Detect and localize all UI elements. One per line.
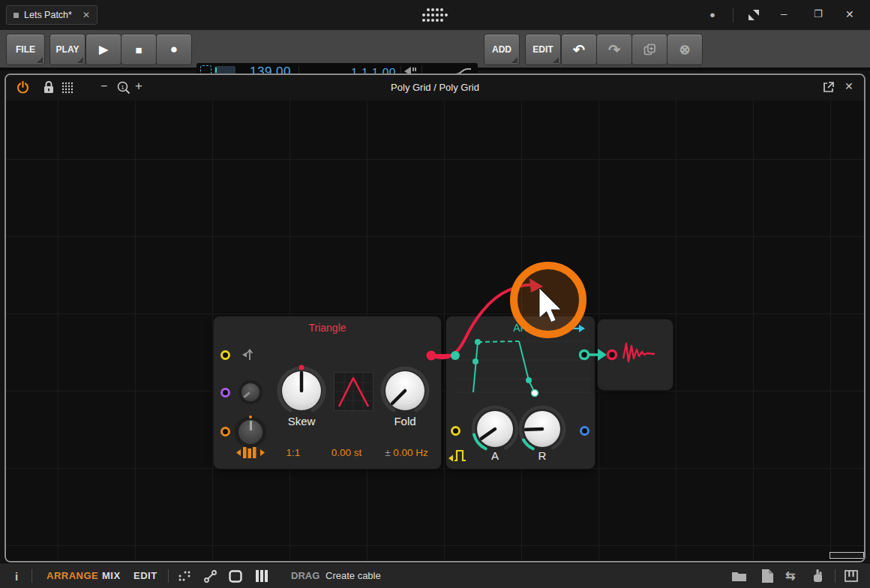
window-close-icon[interactable]: ✕ bbox=[845, 9, 854, 20]
skew-knob[interactable] bbox=[273, 362, 330, 419]
statusbar-divider bbox=[168, 569, 169, 583]
stop-icon: ■ bbox=[135, 44, 142, 56]
view-tab-edit[interactable]: EDIT bbox=[134, 570, 158, 581]
drag-hint-label: DRAG bbox=[291, 570, 320, 581]
bitwig-logo-icon bbox=[418, 7, 454, 23]
play-menu-button[interactable]: PLAY bbox=[50, 34, 86, 65]
fold-mod-knob[interactable] bbox=[235, 416, 266, 448]
titlebar-divider bbox=[733, 8, 734, 22]
status-bar: i ARRANGE MIX EDIT DRAG Create cable bbox=[0, 562, 870, 588]
fullscreen-icon[interactable] bbox=[748, 9, 760, 21]
gate-trigger-icon bbox=[448, 447, 468, 463]
ratio-value[interactable]: 1:1 bbox=[278, 447, 309, 458]
gate-input-port[interactable] bbox=[451, 426, 460, 436]
maximize-icon[interactable]: ❐ bbox=[814, 9, 823, 19]
envelope-node[interactable] bbox=[472, 358, 478, 364]
keytrack-icon[interactable] bbox=[236, 446, 265, 460]
gate-source-icon[interactable] bbox=[558, 323, 586, 334]
title-bar: Lets Patch* ✕ ● – ❐ ✕ bbox=[0, 0, 870, 30]
plus-minus-sign: ± bbox=[385, 447, 390, 458]
envelope-display[interactable] bbox=[446, 334, 595, 404]
delete-icon: ⊗ bbox=[679, 41, 690, 58]
skew-mod-input-port[interactable] bbox=[220, 388, 230, 398]
pitch-offset-value[interactable]: 0.00 st bbox=[321, 447, 372, 458]
file-menu-button[interactable]: FILE bbox=[6, 34, 45, 65]
retrigger-icon[interactable] bbox=[241, 347, 254, 362]
open-in-window-icon[interactable] bbox=[823, 82, 834, 93]
play-icon: ▶ bbox=[99, 43, 108, 56]
fine-tune-value[interactable]: ± 0.00 Hz bbox=[376, 447, 437, 458]
io-swap-icon[interactable]: ⇆ bbox=[785, 568, 795, 583]
stop-button[interactable]: ■ bbox=[121, 34, 157, 65]
undo-icon: ↶ bbox=[573, 41, 585, 58]
skew-value-dot bbox=[299, 365, 304, 370]
project-icon bbox=[14, 13, 19, 18]
fine-tune-hz: 0.00 Hz bbox=[393, 447, 428, 458]
envelope-end-node[interactable] bbox=[532, 390, 538, 397]
delete-button[interactable]: ⊗ bbox=[667, 34, 703, 65]
undo-button[interactable]: ↶ bbox=[561, 34, 597, 65]
record-button[interactable]: ● bbox=[156, 34, 192, 65]
browser-folder-icon[interactable] bbox=[732, 571, 746, 581]
skew-knob-label: Skew bbox=[272, 415, 332, 428]
pitch-input-port[interactable] bbox=[220, 350, 230, 360]
poly-grid-header: − 1 + Poly Grid / Poly Grid ✕ bbox=[6, 75, 864, 101]
project-tab-title: Lets Patch* bbox=[24, 10, 77, 20]
fold-mod-dot bbox=[249, 416, 252, 418]
hand-tool-icon[interactable] bbox=[812, 569, 824, 583]
release-knob-label: R bbox=[527, 449, 557, 462]
release-knob[interactable] bbox=[516, 403, 568, 455]
triangle-module[interactable]: Triangle Skew bbox=[214, 316, 441, 469]
triangle-module-title: Triangle bbox=[214, 322, 441, 334]
redo-button[interactable]: ↷ bbox=[596, 34, 632, 65]
record-icon: ● bbox=[170, 42, 178, 57]
view-tab-arrange[interactable]: ARRANGE bbox=[46, 570, 98, 581]
piano-keys-icon[interactable] bbox=[844, 570, 858, 582]
envelope-node[interactable] bbox=[475, 339, 481, 345]
scope-module[interactable] bbox=[598, 320, 673, 390]
info-icon[interactable]: i bbox=[15, 570, 18, 583]
canvas-scroll-indicator[interactable] bbox=[830, 552, 864, 559]
envelope-node[interactable] bbox=[526, 377, 532, 383]
drag-hint-action: Create cable bbox=[326, 570, 381, 581]
panel-layout-icon[interactable] bbox=[229, 570, 242, 583]
attack-knob[interactable] bbox=[469, 403, 521, 455]
ar-mod-output-port[interactable] bbox=[580, 426, 590, 436]
snap-settings-icon[interactable] bbox=[178, 571, 190, 581]
engine-status-dot-icon: ● bbox=[710, 10, 716, 20]
skew-mod-knob[interactable] bbox=[238, 380, 262, 404]
fold-knob-label: Fold bbox=[375, 415, 435, 428]
project-tab[interactable]: Lets Patch* ✕ bbox=[6, 5, 98, 25]
fold-mod-input-port[interactable] bbox=[220, 427, 230, 436]
impulse-waveform-icon bbox=[622, 340, 658, 369]
redo-icon: ↷ bbox=[608, 41, 620, 58]
cable-tool-icon[interactable] bbox=[204, 570, 217, 583]
groove-tick bbox=[215, 68, 217, 73]
minimize-icon[interactable]: – bbox=[781, 8, 787, 19]
edit-menu-button[interactable]: EDIT bbox=[525, 34, 561, 65]
attack-knob-label: A bbox=[480, 449, 510, 462]
mixer-bars-icon[interactable] bbox=[255, 570, 268, 582]
statusbar-divider bbox=[835, 569, 836, 583]
duplicate-icon bbox=[644, 44, 656, 56]
transport-toolbar: FILE PLAY ▶ ■ ● ⇆ 139.00 4/4 1.1.1.00 0:… bbox=[0, 30, 870, 70]
panel-title: Poly Grid / Poly Grid bbox=[6, 82, 864, 93]
statusbar-divider bbox=[32, 569, 32, 583]
waveform-display bbox=[334, 372, 374, 411]
ar-module[interactable]: AR bbox=[446, 316, 595, 469]
view-tab-mix[interactable]: MIX bbox=[102, 570, 121, 581]
file-icon[interactable] bbox=[762, 569, 773, 583]
duplicate-button[interactable] bbox=[632, 34, 668, 65]
play-button[interactable]: ▶ bbox=[86, 34, 122, 65]
triangle-waveform-icon bbox=[334, 373, 373, 410]
add-button[interactable]: ADD bbox=[484, 34, 520, 65]
panel-close-icon[interactable]: ✕ bbox=[844, 81, 854, 92]
bitwig-window: Lets Patch* ✕ ● – ❐ ✕ FILE PLAY ▶ ■ ● bbox=[0, 0, 870, 588]
fold-knob[interactable] bbox=[376, 362, 434, 419]
project-tab-close-icon[interactable]: ✕ bbox=[82, 10, 90, 20]
